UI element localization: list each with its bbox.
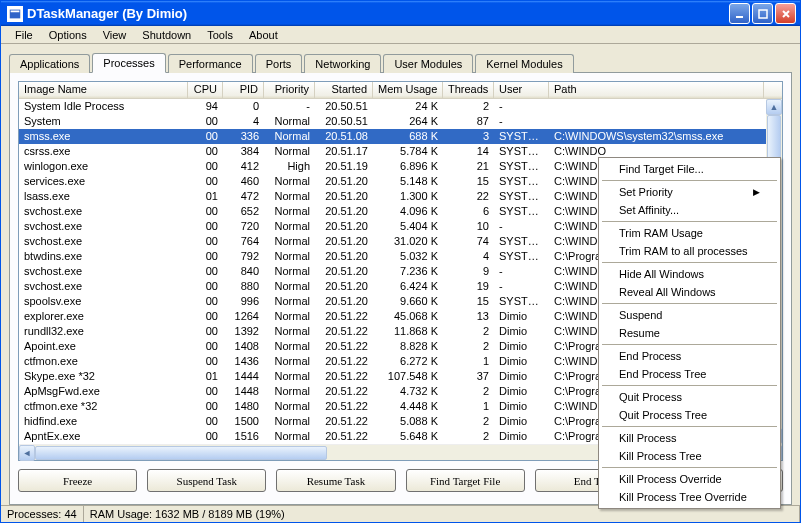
column-header[interactable]: Threads [443,82,494,98]
close-button[interactable] [775,3,796,24]
menubar: FileOptionsViewShutdownToolsAbout [1,26,800,44]
cell-start: 20.50.51 [315,99,373,114]
tab-performance[interactable]: Performance [168,54,253,73]
menu-file[interactable]: File [7,27,41,43]
resume-task-button[interactable]: Resume Task [276,469,395,492]
cell-cpu: 00 [188,249,223,264]
tab-ports[interactable]: Ports [255,54,303,73]
tab-networking[interactable]: Networking [304,54,381,73]
context-separator [602,467,777,468]
cell-name: svchost.exe [19,234,188,249]
minimize-button[interactable] [729,3,750,24]
column-header[interactable]: Mem Usage [373,82,443,98]
cell-path: C:\WINDOWS\system32\smss.exe [549,129,764,144]
context-item-label: Kill Process [619,432,676,444]
hscroll-thumb[interactable] [35,446,327,460]
freeze-button[interactable]: Freeze [18,469,137,492]
cell-name: lsass.exe [19,189,188,204]
suspend-task-button[interactable]: Suspend Task [147,469,266,492]
cell-thr: 2 [443,99,494,114]
cell-prio: Normal [264,219,315,234]
cell-start: 20.51.20 [315,219,373,234]
context-item[interactable]: Kill Process Override [601,470,778,488]
menu-view[interactable]: View [95,27,135,43]
table-row[interactable]: System Idle Process940-20.50.5124 K2- [19,99,782,114]
find-target-file-button[interactable]: Find Target File [406,469,525,492]
cell-cpu: 00 [188,414,223,429]
cell-thr: 10 [443,219,494,234]
context-item[interactable]: Hide All Windows [601,265,778,283]
cell-user: Dimio [494,369,549,384]
cell-user: - [494,279,549,294]
context-item[interactable]: Find Target File... [601,160,778,178]
cell-start: 20.51.20 [315,189,373,204]
column-header[interactable]: CPU [188,82,223,98]
cell-pid: 384 [223,144,264,159]
cell-name: svchost.exe [19,279,188,294]
column-header[interactable]: Image Name [19,82,188,98]
context-item[interactable]: Trim RAM Usage [601,224,778,242]
scroll-left-icon[interactable]: ◄ [19,445,35,461]
cell-thr: 3 [443,129,494,144]
column-header[interactable]: Priority [264,82,315,98]
context-item[interactable]: Kill Process Tree [601,447,778,465]
cell-start: 20.51.22 [315,339,373,354]
cell-thr: 1 [443,399,494,414]
menu-shutdown[interactable]: Shutdown [134,27,199,43]
cell-thr: 74 [443,234,494,249]
menu-about[interactable]: About [241,27,286,43]
cell-name: ApMsgFwd.exe [19,384,188,399]
column-header[interactable]: PID [223,82,264,98]
context-separator [602,303,777,304]
context-separator [602,180,777,181]
scroll-up-icon[interactable]: ▲ [766,99,782,115]
cell-cpu: 01 [188,369,223,384]
cell-pid: 336 [223,129,264,144]
context-item[interactable]: End Process Tree [601,365,778,383]
tab-user-modules[interactable]: User Modules [383,54,473,73]
context-item[interactable]: Reveal All Windows [601,283,778,301]
menu-tools[interactable]: Tools [199,27,241,43]
cell-user: SYSTEM [494,204,549,219]
tab-applications[interactable]: Applications [9,54,90,73]
context-item-label: Reveal All Windows [619,286,716,298]
cell-mem: 5.088 K [373,414,443,429]
cell-name: System [19,114,188,129]
cell-pid: 1444 [223,369,264,384]
cell-start: 20.51.20 [315,264,373,279]
column-header[interactable]: Path [549,82,764,98]
cell-path [549,114,764,129]
context-item-label: Find Target File... [619,163,704,175]
context-item[interactable]: Trim RAM to all processes [601,242,778,260]
cell-pid: 1408 [223,339,264,354]
tab-kernel-modules[interactable]: Kernel Modules [475,54,573,73]
column-header[interactable]: User [494,82,549,98]
menu-options[interactable]: Options [41,27,95,43]
context-item[interactable]: Set Affinity... [601,201,778,219]
table-row[interactable]: smss.exe00336Normal20.51.08688 K3SYSTEMC… [19,129,782,144]
context-item-label: End Process Tree [619,368,706,380]
cell-user: SYSTEM [494,189,549,204]
context-item[interactable]: Kill Process [601,429,778,447]
cell-prio: Normal [264,129,315,144]
titlebar[interactable]: DTaskManager (By Dimio) [1,1,800,26]
context-item[interactable]: Suspend [601,306,778,324]
cell-name: services.exe [19,174,188,189]
context-item[interactable]: Resume [601,324,778,342]
column-header[interactable]: Started [315,82,373,98]
context-item[interactable]: Quit Process Tree [601,406,778,424]
cell-prio: Normal [264,174,315,189]
cell-user: Dimio [494,429,549,444]
context-item[interactable]: Quit Process [601,388,778,406]
tab-processes[interactable]: Processes [92,53,165,73]
maximize-button[interactable] [752,3,773,24]
context-item[interactable]: Set Priority▶ [601,183,778,201]
table-row[interactable]: System004Normal20.50.51264 K87- [19,114,782,129]
context-item[interactable]: Kill Process Tree Override [601,488,778,506]
cell-mem: 4.732 K [373,384,443,399]
cell-start: 20.51.08 [315,129,373,144]
cell-user: SYSTEM [494,249,549,264]
context-item[interactable]: End Process [601,347,778,365]
cell-thr: 15 [443,174,494,189]
cell-prio: Normal [264,204,315,219]
